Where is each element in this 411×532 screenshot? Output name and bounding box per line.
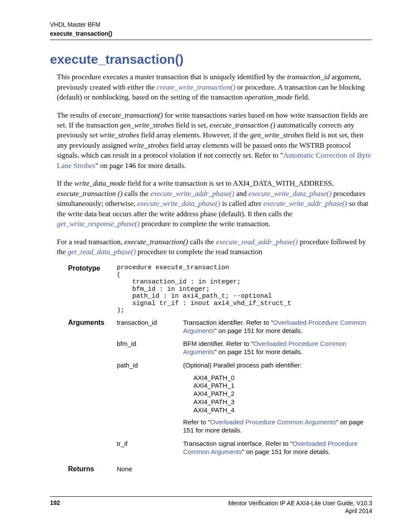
- arguments-label: Arguments: [68, 319, 117, 327]
- link-exec-write-addr-2[interactable]: execute_write_addr_phase(): [263, 199, 347, 208]
- page-title: execute_transaction(): [50, 52, 372, 67]
- link-exec-write-addr[interactable]: execute_write_addr_phase(): [150, 190, 234, 198]
- arg-path-id: path_id (Optional) Parallel process path…: [117, 361, 372, 435]
- link-get-read-data[interactable]: get_read_data_phase(): [68, 248, 136, 256]
- page-number: 192: [50, 499, 60, 515]
- header-chapter: VHDL Master BFM: [50, 21, 372, 28]
- path-list: AXI4_PATH_0 AXI4_PATH_1 AXI4_PATH_2 AXI4…: [193, 374, 372, 414]
- returns-label: Returns: [68, 465, 117, 473]
- prototype-label: Prototype: [68, 264, 117, 272]
- returns-value: None: [117, 465, 183, 473]
- link-exec-write-data[interactable]: execute_write_data_phase(): [249, 190, 332, 198]
- link-create-write-transaction[interactable]: create_write_transaction(): [157, 83, 236, 91]
- paragraph-1: This procedure executes a master transac…: [57, 72, 372, 102]
- footer-date: April 2014: [228, 507, 372, 515]
- footer: 192 Mentor Verification IP AE AXI4-Lite …: [50, 496, 372, 515]
- link-get-write-response[interactable]: get_write_response_phase(): [57, 220, 140, 228]
- paragraph-3: If the write_data_mode field for a write…: [57, 178, 372, 229]
- header-rule: [50, 40, 372, 40]
- link-exec-read-addr[interactable]: execute_read_addr_phase(): [216, 238, 298, 246]
- footer-guide: Mentor Verification IP AE AXI4-Lite User…: [228, 499, 372, 507]
- arguments-row: Arguments transaction_id Transaction ide…: [68, 319, 372, 461]
- prototype-code: procedure execute_transaction ( transact…: [117, 264, 372, 314]
- footer-rule: [50, 496, 372, 497]
- arg-transaction-id: transaction_id Transaction identifier. R…: [117, 319, 372, 335]
- arg-tr-if: tr_if Transaction signal interface. Refe…: [117, 440, 372, 456]
- arg-bfm-id: bfm_id BFM identifier. Refer to "Overloa…: [117, 340, 372, 356]
- paragraph-2: The results of execute_transaction() for…: [57, 110, 372, 171]
- returns-row: Returns None: [68, 465, 372, 473]
- prototype-row: Prototype procedure execute_transaction …: [68, 264, 372, 314]
- link-overloaded-3[interactable]: Overloaded Procedure Common Arguments: [210, 418, 336, 426]
- paragraph-4: For a read transaction, execute_transact…: [57, 237, 372, 257]
- header-section: execute_transaction(): [50, 30, 372, 37]
- link-exec-write-data-2[interactable]: execute_write_data_phase(): [137, 199, 221, 208]
